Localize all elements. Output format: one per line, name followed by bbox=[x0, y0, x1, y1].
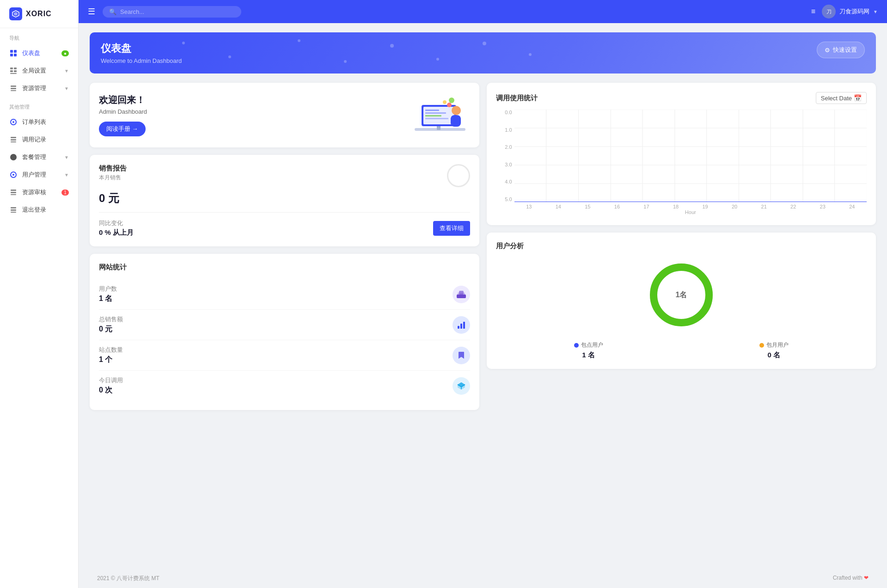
users-icon bbox=[453, 286, 470, 303]
user-chevron-icon: ▼ bbox=[873, 9, 878, 14]
sidebar-item-label: 套餐管理 bbox=[22, 153, 46, 161]
call-records-icon bbox=[9, 135, 18, 144]
sidebar-item-label: 订单列表 bbox=[22, 118, 46, 126]
filter-icon[interactable]: ≡ bbox=[811, 7, 815, 16]
svg-point-20 bbox=[12, 174, 14, 176]
svg-rect-26 bbox=[11, 212, 16, 213]
heart-icon: ❤ bbox=[864, 575, 869, 581]
chart-svg bbox=[514, 110, 867, 202]
quick-settings-button[interactable]: ⚙ 快速设置 bbox=[817, 42, 865, 58]
chart-y-labels: 5.0 4.0 3.0 2.0 1.0 0.0 bbox=[496, 110, 512, 202]
welcome-title: 欢迎回来！ bbox=[99, 94, 410, 106]
sales-title: 销售报告 bbox=[99, 164, 127, 173]
svg-rect-42 bbox=[457, 294, 466, 298]
hamburger-icon[interactable]: ☰ bbox=[88, 6, 95, 17]
welcome-card: 欢迎回来！ Admin Dashboard 阅读手册 → bbox=[90, 83, 479, 147]
legend-label-1: 包月用户 bbox=[766, 341, 789, 349]
y-label-4: 4.0 bbox=[496, 179, 512, 184]
user-analysis-card: 用户分析 1名 bbox=[487, 233, 876, 369]
welcome-illustration bbox=[410, 92, 470, 138]
svg-point-35 bbox=[452, 106, 461, 115]
svg-rect-4 bbox=[10, 54, 13, 56]
welcome-subtitle: Admin Dashboard bbox=[99, 108, 410, 115]
page-content: 仪表盘 Welcome to Admin Dashboard ⚙ 快速设置 欢迎… bbox=[79, 23, 887, 569]
read-manual-label: 阅读手册 → bbox=[106, 125, 138, 133]
user-menu[interactable]: 刀 刀食源码网 ▼ bbox=[822, 5, 878, 18]
stat-row-users: 用户数 1 名 bbox=[99, 279, 470, 310]
sidebar-item-user-mgmt[interactable]: 用户管理 ▼ bbox=[0, 166, 78, 184]
donut-wrapper: 1名 bbox=[644, 258, 718, 332]
sidebar-item-label: 调用记录 bbox=[22, 135, 46, 144]
legend-dot-blue bbox=[574, 343, 579, 348]
svg-rect-13 bbox=[11, 90, 16, 91]
line-chart: 5.0 4.0 3.0 2.0 1.0 0.0 bbox=[496, 110, 867, 216]
stat-sales-info: 总销售额 0 元 bbox=[99, 315, 453, 334]
svg-rect-21 bbox=[11, 190, 16, 191]
svg-rect-17 bbox=[11, 139, 16, 141]
sidebar-item-resource-audit[interactable]: 资源审核 1 bbox=[0, 184, 78, 201]
legend-item-0: 包点用户 1 名 bbox=[574, 341, 603, 360]
user-mgmt-icon bbox=[9, 171, 18, 179]
sidebar-logo[interactable]: XORIC bbox=[0, 0, 78, 28]
footer-right: Crafted with ❤ bbox=[833, 575, 869, 582]
svg-rect-6 bbox=[10, 67, 13, 69]
stat-calls-value: 0 次 bbox=[99, 386, 453, 395]
donut-svg: 1名 bbox=[644, 258, 718, 332]
svg-rect-11 bbox=[11, 86, 16, 87]
legend-value-0: 1 名 bbox=[582, 351, 595, 360]
date-picker[interactable]: Select Date 📅 bbox=[816, 92, 867, 104]
sales-change: 同比变化 0 % 从上月 bbox=[99, 219, 134, 237]
legend-value-1: 0 名 bbox=[768, 351, 781, 360]
svg-rect-9 bbox=[14, 70, 17, 72]
search-input[interactable] bbox=[120, 8, 235, 15]
detail-button[interactable]: 查看详细 bbox=[433, 221, 470, 236]
sidebar-item-dashboard[interactable]: 仪表盘 ● bbox=[0, 44, 78, 62]
right-column: 调用使用统计 Select Date 📅 5.0 4.0 3.0 bbox=[487, 83, 876, 410]
date-picker-text: Select Date bbox=[821, 95, 852, 102]
chevron-down-icon: ▼ bbox=[64, 172, 69, 178]
avatar: 刀 bbox=[822, 5, 836, 18]
page-title: 仪表盘 bbox=[101, 42, 817, 55]
sidebar-item-logout[interactable]: 退出登录 bbox=[0, 201, 78, 219]
main-area: ☰ 🔍 ≡ 刀 刀食源码网 ▼ bbox=[79, 0, 887, 588]
svg-rect-32 bbox=[425, 112, 446, 114]
sidebar-item-orders[interactable]: 订单列表 bbox=[0, 113, 78, 131]
dashboard-grid: 欢迎回来！ Admin Dashboard 阅读手册 → bbox=[90, 83, 876, 410]
svg-text:1名: 1名 bbox=[675, 291, 687, 299]
stat-sales-label: 总销售额 bbox=[99, 315, 453, 324]
sidebar-item-call-records[interactable]: 调用记录 bbox=[0, 131, 78, 148]
read-manual-button[interactable]: 阅读手册 → bbox=[99, 122, 146, 136]
sidebar-item-label: 用户管理 bbox=[22, 171, 46, 179]
stat-users-value: 1 名 bbox=[99, 294, 453, 304]
svg-point-15 bbox=[12, 121, 14, 123]
sidebar-item-packages[interactable]: 套餐管理 ▼ bbox=[0, 148, 78, 166]
chart-card: 调用使用统计 Select Date 📅 5.0 4.0 3.0 bbox=[487, 83, 876, 225]
gear-icon: ⚙ bbox=[825, 47, 830, 54]
sidebar-item-global-settings[interactable]: 全局设置 ▼ bbox=[0, 62, 78, 80]
sales-subtitle: 本月销售 bbox=[99, 174, 127, 182]
user-analysis-title: 用户分析 bbox=[496, 242, 867, 251]
logo-text: XORIC bbox=[26, 10, 52, 18]
svg-rect-22 bbox=[11, 192, 16, 193]
stat-sites-label: 站点数量 bbox=[99, 346, 453, 354]
donut-chart-container: 1名 bbox=[496, 258, 867, 332]
svg-rect-23 bbox=[11, 194, 16, 195]
y-label-3: 3.0 bbox=[496, 162, 512, 167]
sidebar-item-label: 仪表盘 bbox=[22, 49, 40, 57]
y-label-2: 2.0 bbox=[496, 144, 512, 150]
audit-icon bbox=[9, 188, 18, 196]
stats-card: 网站统计 用户数 1 名 bbox=[90, 254, 479, 410]
svg-point-37 bbox=[447, 103, 452, 107]
svg-point-39 bbox=[449, 98, 454, 103]
page-header-titles: 仪表盘 Welcome to Admin Dashboard bbox=[101, 42, 817, 64]
svg-rect-33 bbox=[425, 115, 441, 116]
stat-users-info: 用户数 1 名 bbox=[99, 285, 453, 304]
stats-title: 网站统计 bbox=[99, 263, 470, 272]
sidebar-item-resource-mgmt[interactable]: 资源管理 ▼ bbox=[0, 80, 78, 97]
search-box[interactable]: 🔍 bbox=[103, 6, 241, 18]
legend-dot-row-0: 包点用户 bbox=[574, 341, 603, 349]
svg-rect-43 bbox=[458, 326, 459, 329]
search-icon: 🔍 bbox=[109, 8, 116, 15]
legend-dot-yellow bbox=[759, 343, 764, 348]
stat-sites-info: 站点数量 1 个 bbox=[99, 346, 453, 365]
